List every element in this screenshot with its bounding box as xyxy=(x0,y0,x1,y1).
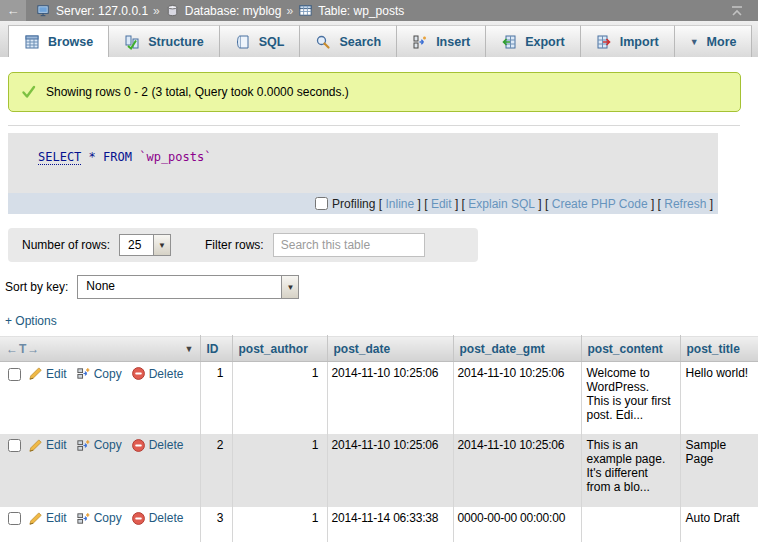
delete-icon xyxy=(131,438,146,453)
success-check-icon xyxy=(21,84,37,100)
collapse-console-icon[interactable] xyxy=(724,3,750,19)
tab-insert[interactable]: Insert xyxy=(397,25,486,57)
tab-search-label: Search xyxy=(339,35,381,49)
pencil-icon xyxy=(28,366,43,381)
explain-sql-link[interactable]: Explain SQL xyxy=(468,197,535,211)
tab-insert-label: Insert xyxy=(436,35,470,49)
query-actions-bar: Profiling [ Inline ] [ Edit ] [ Explain … xyxy=(8,193,718,214)
pencil-icon xyxy=(28,438,43,453)
breadcrumb: Server: 127.0.0.1 » Database: myblog » T… xyxy=(26,3,724,18)
column-header-post-date-gmt[interactable]: post_date_gmt xyxy=(453,336,581,362)
cell-post-date: 2014-11-10 10:25:06 xyxy=(327,434,453,507)
cell-post-author: 1 xyxy=(232,362,327,434)
sql-star: * xyxy=(89,150,96,164)
tab-structure[interactable]: Structure xyxy=(109,25,220,57)
column-header-post-title[interactable]: post_title xyxy=(680,336,758,362)
insert-icon xyxy=(412,34,428,50)
tab-browse[interactable]: Browse xyxy=(8,25,109,57)
profiling-label: Profiling xyxy=(332,197,375,211)
sort-row: Sort by key: None ▼ xyxy=(5,275,758,299)
copy-row-link[interactable]: Copy xyxy=(94,511,122,525)
select-dropdown-icon: ▼ xyxy=(153,235,170,255)
sort-indicator-icon[interactable]: ▼ xyxy=(185,344,194,354)
refresh-link[interactable]: Refresh xyxy=(664,197,706,211)
delete-row-link[interactable]: Delete xyxy=(149,367,184,381)
options-toggle-link[interactable]: + Options xyxy=(5,314,57,328)
copy-row-link[interactable]: Copy xyxy=(94,438,122,452)
tab-sql[interactable]: SQL xyxy=(220,25,301,57)
row-checkbox[interactable] xyxy=(8,368,21,381)
nav-panel-back-button[interactable]: ← xyxy=(0,0,26,21)
tab-sql-label: SQL xyxy=(259,35,285,49)
row-checkbox[interactable] xyxy=(8,439,21,452)
cell-post-date: 2014-11-10 10:25:06 xyxy=(327,362,453,434)
table-row: Edit Copy Delete 2 1 2014-11-10 10:25:06… xyxy=(0,434,758,507)
filter-rows-input[interactable] xyxy=(273,233,425,257)
breadcrumb-table[interactable]: Table: wp_posts xyxy=(318,4,404,18)
cell-id: 3 xyxy=(200,507,232,542)
cell-post-title: Sample Page xyxy=(680,434,758,507)
sort-by-key-select[interactable]: None ▼ xyxy=(77,275,299,299)
tab-structure-label: Structure xyxy=(148,35,204,49)
cell-post-content: Welcome to WordPress. This is your first… xyxy=(581,362,680,434)
sql-icon xyxy=(235,34,251,50)
success-message-text: Showing rows 0 - 2 (3 total, Query took … xyxy=(46,85,349,99)
column-header-post-author[interactable]: post_author xyxy=(232,336,327,362)
cell-post-content xyxy=(581,507,680,542)
cell-post-author: 1 xyxy=(232,507,327,542)
column-header-id[interactable]: ID xyxy=(200,336,232,362)
tab-import-label: Import xyxy=(620,35,659,49)
results-table: ←T→ ▼ ID post_author post_date post_date… xyxy=(0,335,758,542)
cell-id: 1 xyxy=(200,362,232,434)
column-order-controls[interactable]: ←T→ xyxy=(6,342,40,356)
profiling-checkbox[interactable] xyxy=(315,197,328,210)
search-icon xyxy=(315,34,331,50)
delete-icon xyxy=(131,511,146,526)
export-icon xyxy=(501,34,517,50)
tab-browse-label: Browse xyxy=(48,35,93,49)
table-icon xyxy=(298,3,313,18)
breadcrumb-server[interactable]: Server: 127.0.0.1 xyxy=(56,4,148,18)
edit-query-link[interactable]: Edit xyxy=(431,197,452,211)
edit-row-link[interactable]: Edit xyxy=(46,511,67,525)
sql-keyword-from: FROM xyxy=(103,150,132,164)
delete-row-link[interactable]: Delete xyxy=(149,438,184,452)
filter-rows-label: Filter rows: xyxy=(205,238,264,252)
column-header-post-date[interactable]: post_date xyxy=(327,336,453,362)
breadcrumb-separator: » xyxy=(153,4,160,18)
delete-row-link[interactable]: Delete xyxy=(149,511,184,525)
breadcrumb-database[interactable]: Database: myblog xyxy=(185,4,282,18)
tab-more-label: More xyxy=(707,35,737,49)
chevron-down-icon: ▼ xyxy=(690,37,699,47)
sort-by-key-label: Sort by key: xyxy=(5,280,68,294)
server-icon xyxy=(36,3,51,18)
cell-post-date-gmt: 2014-11-10 10:25:06 xyxy=(453,434,581,507)
cell-post-title: Auto Draft xyxy=(680,507,758,542)
select-dropdown-icon: ▼ xyxy=(281,276,298,298)
copy-icon xyxy=(76,438,91,453)
edit-row-link[interactable]: Edit xyxy=(46,438,67,452)
tab-import[interactable]: Import xyxy=(581,25,675,57)
inline-link[interactable]: Inline xyxy=(385,197,414,211)
tab-export-label: Export xyxy=(525,35,565,49)
cell-post-content: This is an example page. It's different … xyxy=(581,434,680,507)
sql-keyword-select[interactable]: SELECT xyxy=(38,150,81,165)
column-header-post-content[interactable]: post_content xyxy=(581,336,680,362)
tab-search[interactable]: Search xyxy=(300,25,397,57)
sql-table-ref: `wp_posts` xyxy=(139,150,211,164)
cell-post-date: 2014-11-14 06:33:38 xyxy=(327,507,453,542)
copy-icon xyxy=(76,366,91,381)
copy-row-link[interactable]: Copy xyxy=(94,367,122,381)
section-divider xyxy=(8,125,740,126)
browse-icon xyxy=(24,34,40,50)
edit-row-link[interactable]: Edit xyxy=(46,367,67,381)
number-of-rows-label: Number of rows: xyxy=(22,238,110,252)
database-icon xyxy=(165,3,180,18)
cell-post-title: Hello world! xyxy=(680,362,758,434)
tab-export[interactable]: Export xyxy=(486,25,581,57)
row-checkbox[interactable] xyxy=(8,512,21,525)
tab-more[interactable]: ▼ More xyxy=(675,25,753,57)
rows-per-page-select[interactable]: 25 ▼ xyxy=(119,234,171,256)
copy-icon xyxy=(76,511,91,526)
create-php-code-link[interactable]: Create PHP Code xyxy=(552,197,648,211)
